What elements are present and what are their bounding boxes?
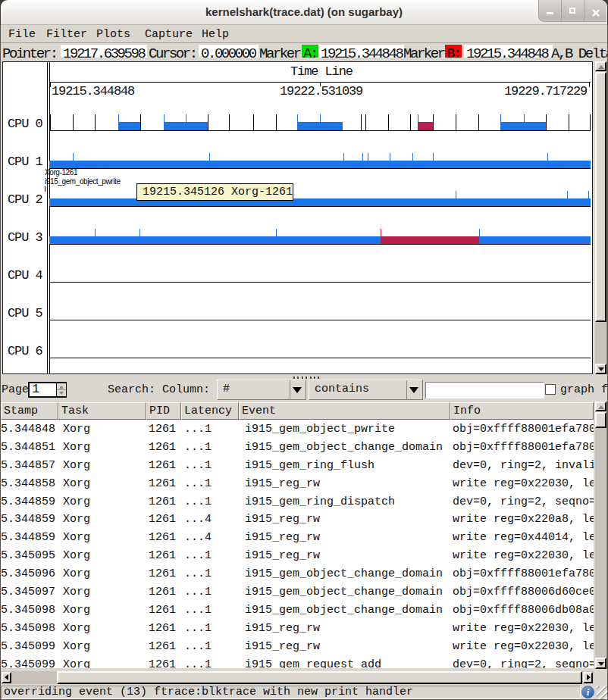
svg-text:i: i	[587, 686, 590, 698]
